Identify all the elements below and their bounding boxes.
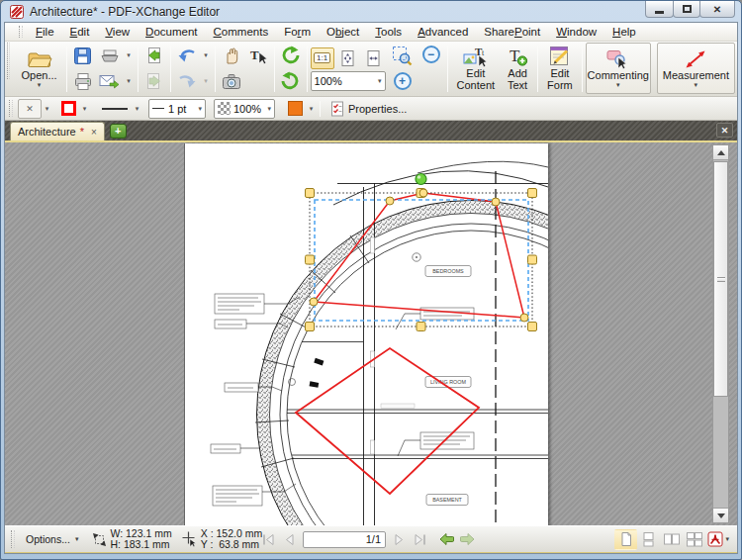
toolbar-separator xyxy=(274,46,275,92)
menu-help[interactable]: Help xyxy=(604,24,644,40)
import-button[interactable] xyxy=(141,44,167,67)
stroke-color-caret[interactable]: ▾ xyxy=(79,97,90,121)
close-button[interactable]: ✕ xyxy=(699,1,735,18)
commenting-button[interactable]: Commenting ▾ xyxy=(586,43,651,94)
next-page-button[interactable] xyxy=(389,530,410,548)
export-button[interactable] xyxy=(141,69,167,93)
edit-form-label-2: Form xyxy=(547,79,573,91)
marquee-zoom-button[interactable] xyxy=(390,44,416,67)
stroke-color-button[interactable] xyxy=(58,99,79,119)
opacity-combo[interactable]: 100%▾ xyxy=(214,99,275,119)
two-pages-continuous-layout-button[interactable] xyxy=(683,529,705,550)
open-button[interactable]: Open... ▾ xyxy=(15,43,62,94)
rotate-ccw-button[interactable] xyxy=(278,44,304,67)
measurement-icon xyxy=(685,49,706,69)
options-button[interactable]: Options... ▾ xyxy=(20,529,84,549)
measurement-button[interactable]: Measurement ▾ xyxy=(657,43,735,94)
document-canvas[interactable]: BEDROOMS LIVING ROOM BASEMENT xyxy=(5,142,737,525)
scroll-down-button[interactable] xyxy=(713,508,728,522)
highlight-color-caret[interactable]: ▾ xyxy=(306,97,317,121)
rotate-cw-button[interactable] xyxy=(278,69,304,93)
opacity-caret: ▾ xyxy=(263,105,271,113)
open-dropdown-caret[interactable]: ▾ xyxy=(38,81,42,88)
tab-close-icon[interactable]: × xyxy=(91,127,97,138)
first-page-button[interactable] xyxy=(258,530,279,548)
last-page-button[interactable] xyxy=(410,530,430,548)
menu-file[interactable]: File xyxy=(28,24,62,40)
commenting-dropdown-caret[interactable]: ▾ xyxy=(616,81,620,88)
add-text-button[interactable]: T Add Text xyxy=(501,43,534,94)
vertical-scrollbar[interactable] xyxy=(712,144,729,523)
save-button[interactable] xyxy=(70,44,96,67)
pdf-page[interactable]: BEDROOMS LIVING ROOM BASEMENT xyxy=(185,143,548,525)
tab-modified-mark: * xyxy=(80,126,84,138)
redo-button[interactable] xyxy=(174,69,200,93)
line-style-button[interactable] xyxy=(98,99,132,119)
zoom-level-combo[interactable]: 100%▾ xyxy=(311,71,386,91)
save-dropdown-caret[interactable]: ▾ xyxy=(124,44,135,67)
menu-comments[interactable]: Comments xyxy=(206,24,277,40)
menu-edit[interactable]: Edit xyxy=(62,24,98,40)
diamond-annotation[interactable] xyxy=(296,348,479,494)
fill-none-button[interactable]: ✕ xyxy=(18,99,42,119)
single-page-layout-button[interactable] xyxy=(614,529,637,550)
line-style-caret[interactable]: ▾ xyxy=(132,97,142,121)
page-number-value: 1/1 xyxy=(366,533,381,545)
next-view-button[interactable] xyxy=(457,530,478,548)
previous-page-button[interactable] xyxy=(279,530,300,548)
actual-size-button[interactable]: 1:1 xyxy=(311,47,334,69)
menu-advanced[interactable]: Advanced xyxy=(410,24,476,40)
measurement-label: Measurement xyxy=(663,69,729,81)
continuous-layout-button[interactable] xyxy=(637,529,660,550)
acrobat-dropdown-caret[interactable]: ▾ xyxy=(725,535,729,543)
scrollbar-thumb[interactable] xyxy=(713,161,728,397)
tab-architecture[interactable]: Architecture * × xyxy=(10,122,105,140)
snapshot-tool-button[interactable] xyxy=(219,69,244,93)
highlight-color-swatch xyxy=(288,101,303,116)
line-width-combo[interactable]: 1 pt▾ xyxy=(148,99,206,119)
menu-document[interactable]: Document xyxy=(138,24,205,40)
document-tab-bar: Architecture * × + ✕ xyxy=(5,121,737,142)
edit-form-button[interactable]: Edit Form xyxy=(541,43,579,94)
fit-page-button[interactable] xyxy=(336,47,360,69)
email-button[interactable] xyxy=(97,69,123,93)
zoom-in-button[interactable]: + xyxy=(390,69,416,93)
menu-window[interactable]: Window xyxy=(548,24,604,40)
menu-sharepoint[interactable]: SharePoint xyxy=(476,24,548,40)
menu-object[interactable]: Object xyxy=(319,24,367,40)
menu-tools[interactable]: Tools xyxy=(367,24,410,40)
two-pages-layout-button[interactable] xyxy=(660,529,683,550)
new-tab-button[interactable]: + xyxy=(110,124,127,139)
export-device-button[interactable] xyxy=(97,44,123,67)
toolbar-separator xyxy=(307,46,308,92)
menu-form[interactable]: Form xyxy=(276,24,319,40)
scroll-up-icon xyxy=(717,150,725,155)
print-button[interactable] xyxy=(70,69,96,93)
undo-icon xyxy=(177,47,197,64)
hand-tool-button[interactable] xyxy=(219,44,244,67)
open-in-acrobat-button[interactable] xyxy=(705,529,725,550)
edit-content-label-2: Content xyxy=(457,79,496,91)
page-number-field[interactable]: 1/1 xyxy=(303,531,386,548)
minimize-button[interactable] xyxy=(645,1,674,18)
menu-view[interactable]: View xyxy=(97,24,138,40)
title-bar[interactable]: Architecture* - PDF-XChange Editor ✕ xyxy=(4,1,738,22)
cursor-position-icon xyxy=(182,531,198,547)
undo-dropdown-caret[interactable]: ▾ xyxy=(201,44,212,67)
measurement-dropdown-caret[interactable]: ▾ xyxy=(695,81,698,88)
edit-content-button[interactable]: Tt Edit Content xyxy=(451,43,502,94)
email-dropdown-caret[interactable]: ▾ xyxy=(124,69,135,93)
undo-button[interactable] xyxy=(174,44,200,67)
close-document-button[interactable]: ✕ xyxy=(716,123,733,138)
previous-view-button[interactable] xyxy=(436,530,457,548)
rotation-handle[interactable] xyxy=(416,174,426,185)
redo-dropdown-caret[interactable]: ▾ xyxy=(201,69,212,93)
fill-color-caret[interactable]: ▾ xyxy=(42,97,52,121)
properties-button[interactable]: Properties... xyxy=(324,99,414,119)
zoom-out-button[interactable]: − xyxy=(418,43,444,66)
fit-width-button[interactable] xyxy=(362,47,386,69)
select-text-tool-button[interactable]: T xyxy=(245,44,271,67)
maximize-button[interactable] xyxy=(673,1,700,18)
highlight-color-button[interactable] xyxy=(285,99,306,119)
scroll-up-button[interactable] xyxy=(713,145,728,160)
